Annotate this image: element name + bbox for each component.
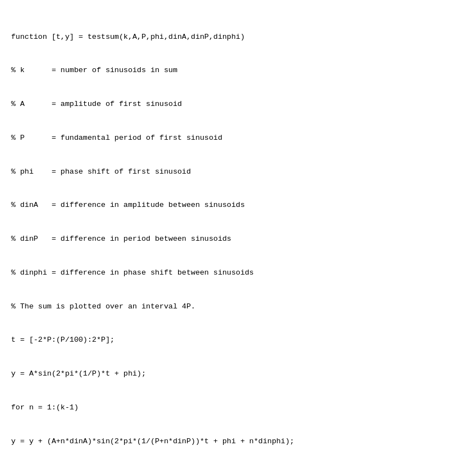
- code-line-8: % dinphi = difference in phase shift bet…: [11, 267, 465, 278]
- code-line-10: t = [-2*P:(P/100):2*P];: [11, 335, 465, 346]
- code-line-12: for n = 1:(k-1): [11, 402, 465, 413]
- code-line-6: % dinA = difference in amplitude between…: [11, 200, 465, 211]
- code-line-13: y = y + (A+n*dinA)*sin(2*pi*(1/(P+n*dinP…: [11, 436, 465, 447]
- code-line-5: % phi = phase shift of first sinusoid: [11, 166, 465, 178]
- code-line-4: % P = fundamental period of first sinuso…: [11, 133, 465, 144]
- code-line-11: y = A*sin(2*pi*(1/P)*t + phi);: [11, 368, 465, 379]
- code-line-1: function [t,y] = testsum(k,A,P,phi,dinA,…: [11, 32, 465, 43]
- code-line-7: % dinP = difference in period between si…: [11, 234, 465, 245]
- code-line-2: % k = number of sinusoids in sum: [11, 65, 465, 76]
- code-line-9: % The sum is plotted over an interval 4P…: [11, 301, 465, 312]
- code-block: function [t,y] = testsum(k,A,P,phi,dinA,…: [11, 9, 465, 461]
- code-line-3: % A = amplitude of first sinusoid: [11, 99, 465, 110]
